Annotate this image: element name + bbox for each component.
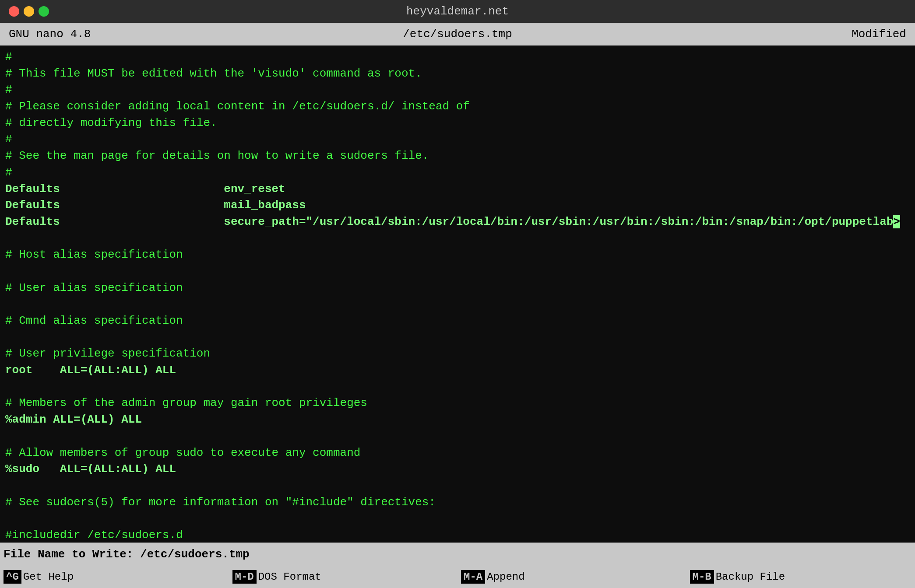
shortcut-key: M-D [232, 570, 257, 584]
shortcut-key: M-B [690, 570, 714, 584]
close-button[interactable] [9, 6, 19, 17]
editor-line: # Cmnd alias specification [5, 313, 910, 329]
nano-header: GNU nano 4.8 /etc/sudoers.tmp Modified [0, 23, 915, 46]
editor-line: # Allow members of group sudo to execute… [5, 445, 910, 462]
editor-line: %sudo ALL=(ALL:ALL) ALL [5, 461, 910, 478]
editor-line: # User privilege specification [5, 346, 910, 362]
editor-line: # [5, 49, 910, 66]
filename-label: File Name to Write: [4, 548, 133, 561]
titlebar: heyvaldemar.net [0, 0, 915, 23]
editor-line: # Members of the admin group may gain ro… [5, 395, 910, 412]
editor-line: %admin ALL=(ALL) ALL [5, 412, 910, 428]
nano-modified: Modified [607, 28, 906, 41]
editor-line: # Please consider adding local content i… [5, 98, 910, 115]
editor-line [5, 231, 910, 247]
shortcut-key: M-A [461, 570, 485, 584]
shortcut-item[interactable]: ^G Get Help [0, 570, 229, 584]
filename-value[interactable]: /etc/sudoers.tmp [140, 548, 250, 561]
editor-line: # Host alias specification [5, 247, 910, 263]
editor-line [5, 263, 910, 280]
editor-line: #includedir /etc/sudoers.d [5, 527, 910, 542]
editor-line: # See the man page for details on how to… [5, 148, 910, 164]
window-title: heyvaldemar.net [406, 5, 509, 18]
shortcut-label: DOS Format [258, 571, 321, 583]
editor-line [5, 478, 910, 494]
shortcut-label: Get Help [23, 571, 74, 583]
nano-version: GNU nano 4.8 [9, 28, 308, 41]
editor-line: # [5, 82, 910, 98]
editor-line: # [5, 131, 910, 148]
editor-line: Defaults mail_badpass [5, 197, 910, 214]
shortcut-key: ^G [4, 570, 21, 584]
editor-line: # User alias specification [5, 280, 910, 297]
shortcut-item[interactable]: M-D DOS Format [229, 570, 458, 584]
editor-line: # See sudoers(5) for more information on… [5, 494, 910, 511]
filename-input-bar: File Name to Write: /etc/sudoers.tmp [0, 542, 915, 565]
shortcut-label: Backup File [716, 571, 785, 583]
nano-filename: /etc/sudoers.tmp [308, 28, 607, 41]
editor-line: # This file MUST be edited with the 'vis… [5, 66, 910, 82]
editor-line [5, 511, 910, 527]
editor-line: Defaults secure_path="/usr/local/sbin:/u… [5, 214, 910, 231]
shortcut-label: Append [487, 571, 524, 583]
editor-line: root ALL=(ALL:ALL) ALL [5, 362, 910, 379]
editor-line [5, 296, 910, 313]
traffic-lights [9, 6, 49, 17]
editor-area[interactable]: ## This file MUST be edited with the 'vi… [0, 46, 915, 542]
text-cursor: > [893, 215, 900, 228]
shortcut-item[interactable]: M-B Backup File [686, 570, 915, 584]
maximize-button[interactable] [39, 6, 49, 17]
minimize-button[interactable] [24, 6, 34, 17]
editor-line: # directly modifying this file. [5, 115, 910, 132]
editor-line [5, 428, 910, 445]
editor-line: Defaults env_reset [5, 181, 910, 198]
editor-line: # [5, 164, 910, 181]
shortcut-item[interactable]: M-A Append [458, 570, 686, 584]
editor-line [5, 329, 910, 346]
shortcut-bar-1: ^G Get HelpM-D DOS FormatM-A AppendM-B B… [0, 565, 915, 588]
editor-line [5, 379, 910, 396]
